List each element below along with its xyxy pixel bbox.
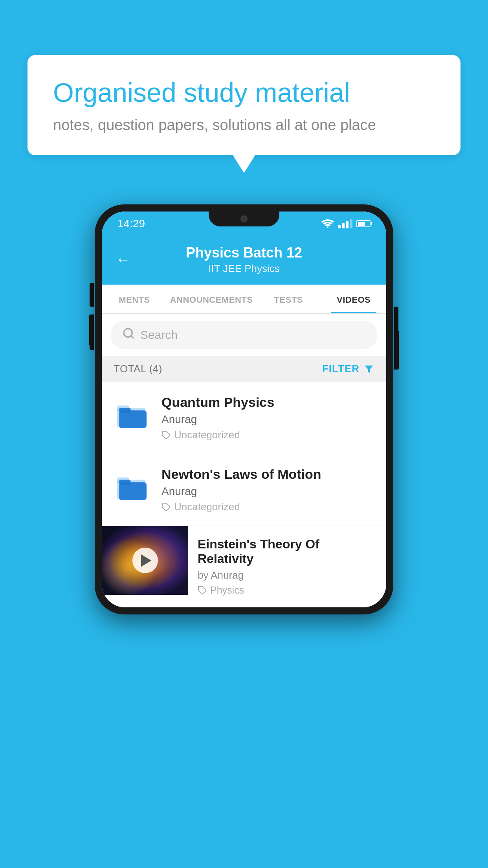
status-icons [321,219,371,228]
tag-text: Uncategorized [174,429,240,441]
phone-screen: 14:29 [102,211,386,607]
video-tag: Uncategorized [161,501,375,513]
tag-text: Uncategorized [174,501,240,513]
list-item[interactable]: Einstein's Theory Of Relativity by Anura… [102,526,386,607]
tab-tests[interactable]: TESTS [256,285,321,313]
filter-button[interactable]: FILTER [322,363,374,375]
video-author: Anurag [161,485,375,498]
video-info-quantum: Quantum Physics Anurag Uncategorized [161,395,375,441]
back-button[interactable]: ← [116,251,130,268]
speech-bubble: Organised study material notes, question… [28,55,460,155]
phone-mockup: 14:29 [95,204,393,614]
phone-notch [209,211,279,226]
page-subtitle: IIT JEE Physics [138,263,350,275]
tag-icon [161,430,171,440]
video-thumbnail-einstein [102,526,188,595]
svg-point-0 [327,226,328,228]
video-info-newton: Newton's Laws of Motion Anurag Uncategor… [161,467,375,513]
video-title: Newton's Laws of Motion [161,467,375,482]
list-item[interactable]: Quantum Physics Anurag Uncategorized [102,382,386,454]
app-header: ← Physics Batch 12 IIT JEE Physics [102,236,386,285]
search-bar[interactable]: Search [111,321,377,349]
battery-icon [356,220,371,227]
svg-rect-11 [119,480,130,485]
status-time: 14:29 [117,217,145,230]
front-camera [240,215,248,223]
page-title: Physics Batch 12 [138,245,350,261]
svg-rect-6 [119,408,130,413]
tabs-bar: MENTS ANNOUNCEMENTS TESTS VIDEOS [102,285,386,314]
filter-icon [363,364,374,375]
filter-label: FILTER [322,363,360,375]
speech-bubble-subtitle: notes, question papers, solutions all at… [53,117,435,134]
video-info-einstein: Einstein's Theory Of Relativity by Anura… [188,526,386,607]
video-author: Anurag [161,413,375,426]
total-count: TOTAL (4) [114,363,162,375]
video-title: Einstein's Theory Of Relativity [198,537,377,566]
search-container: Search [102,314,386,356]
video-title: Quantum Physics [161,395,375,410]
tab-videos[interactable]: VIDEOS [321,285,386,313]
play-icon [141,554,151,567]
tab-announcements[interactable]: ANNOUNCEMENTS [167,285,256,313]
search-icon [122,327,135,342]
list-item[interactable]: Newton's Laws of Motion Anurag Uncategor… [102,454,386,526]
tab-ments[interactable]: MENTS [102,285,167,313]
wifi-icon [321,219,334,228]
video-author: by Anurag [198,569,377,581]
play-button[interactable] [132,548,158,573]
speech-bubble-title: Organised study material [53,77,435,109]
filter-row: TOTAL (4) FILTER [102,356,386,382]
signal-icon [338,219,352,228]
folder-icon-newton [113,467,152,506]
speech-bubble-section: Organised study material notes, question… [28,55,460,155]
svg-line-2 [131,336,133,338]
video-tag: Physics [198,585,377,596]
video-list: Quantum Physics Anurag Uncategorized [102,382,386,607]
battery-fill [358,222,365,226]
video-tag: Uncategorized [161,429,375,441]
folder-icon-quantum [113,395,152,434]
search-input[interactable]: Search [140,328,178,342]
tag-icon [161,502,171,512]
tag-icon [198,586,207,595]
phone-outer: 14:29 [95,204,393,614]
tag-text: Physics [210,585,244,596]
header-title-group: Physics Batch 12 IIT JEE Physics [138,245,350,275]
